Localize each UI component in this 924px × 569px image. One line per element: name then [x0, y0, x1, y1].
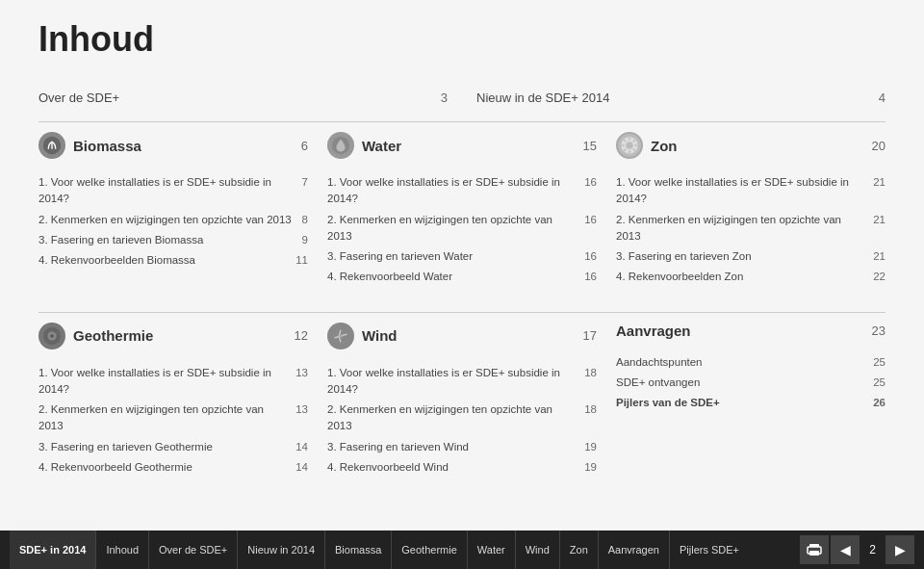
- item-text: 2. Kenmerken en wijzigingen ten opzichte…: [38, 212, 302, 228]
- item-text: 2. Kenmerken en wijzigingen ten opzichte…: [616, 212, 873, 246]
- item-number: 11: [295, 252, 308, 269]
- svg-point-3: [626, 142, 632, 148]
- list-item: 1. Voor welke installaties is er SDE+ su…: [38, 172, 308, 210]
- nav-controls: ◀ 2 ▶: [800, 530, 914, 569]
- list-item: 3. Fasering en tarieven Water 16: [327, 246, 597, 267]
- svg-rect-19: [809, 551, 819, 556]
- section-aanvragen-number: 23: [872, 323, 886, 338]
- section-biomassa: Biomassa 6 1. Voor welke installaties is…: [38, 132, 308, 297]
- svg-rect-20: [811, 546, 817, 547]
- item-text: SDE+ ontvangen: [616, 375, 873, 391]
- nav-item-geothermie[interactable]: Geothermie: [391, 530, 466, 569]
- list-item: 3. Fasering en tarieven Zon 21: [616, 246, 886, 267]
- item-text: Pijlers van de SDE+: [616, 395, 873, 411]
- divider-2: [38, 312, 886, 313]
- list-item: Pijlers van de SDE+ 26: [616, 393, 886, 413]
- bottom-nav: SDE+ in 2014 Inhoud Over de SDE+ Nieuw i…: [0, 530, 924, 569]
- svg-point-14: [50, 334, 54, 338]
- nav-item-inhoud[interactable]: Inhoud: [95, 530, 148, 569]
- item-text: 1. Voor welke installaties is er SDE+ su…: [616, 174, 873, 208]
- item-text: 2. Kenmerken en wijzigingen ten opzichte…: [327, 401, 584, 435]
- item-text: 4. Rekenvoorbeeld Geothermie: [38, 459, 295, 476]
- item-number: 25: [873, 375, 886, 391]
- item-text: 4. Rekenvoorbeelden Biomassa: [38, 252, 295, 269]
- list-item: 2. Kenmerken en wijzigingen ten opzichte…: [327, 210, 597, 247]
- item-text: 3. Fasering en tarieven Water: [327, 248, 584, 265]
- item-number: 8: [302, 212, 308, 228]
- section-zon-title: Zon: [651, 138, 862, 154]
- section-zon: Zon 20 1. Voor welke installaties is er …: [616, 132, 886, 297]
- geothermie-icon: [38, 323, 65, 349]
- item-number: 21: [873, 174, 886, 191]
- item-text: 3. Fasering en tarieven Zon: [616, 248, 873, 265]
- list-item: SDE+ ontvangen 25: [616, 373, 886, 393]
- section-aanvragen-title: Aanvragen: [616, 323, 862, 339]
- water-icon: [327, 132, 354, 159]
- list-item: 1. Voor welke installaties is er SDE+ su…: [327, 363, 597, 401]
- section-row-1: Biomassa 6 1. Voor welke installaties is…: [38, 132, 886, 297]
- nav-item-zon[interactable]: Zon: [559, 530, 598, 569]
- list-item: 3. Fasering en tarieven Biomassa 9: [38, 230, 308, 250]
- section-water: Water 15 1. Voor welke installaties is e…: [327, 132, 597, 297]
- main-content: Inhoud Over de SDE+ 3 Nieuw in de SDE+ 2…: [0, 0, 924, 502]
- item-text: 4. Rekenvoorbeelden Zon: [616, 269, 873, 285]
- list-item: 1. Voor welke installaties is er SDE+ su…: [327, 172, 597, 210]
- item-number: 13: [295, 401, 308, 418]
- item-text: 2. Kenmerken en wijzigingen ten opzichte…: [38, 401, 295, 435]
- item-number: 22: [873, 269, 886, 285]
- nav-item-biomassa[interactable]: Biomassa: [324, 530, 391, 569]
- item-number: 13: [295, 365, 308, 381]
- section-row-2: Geothermie 12 1. Voor welke installaties…: [38, 323, 886, 488]
- item-number: 18: [584, 365, 597, 381]
- section-aanvragen: Aanvragen 23 Aandachtspunten 25 SDE+ ont…: [616, 323, 886, 488]
- list-item: 4. Rekenvoorbeeld Wind 19: [327, 457, 597, 478]
- section-water-number: 15: [583, 139, 597, 153]
- nav-item-wind[interactable]: Wind: [515, 530, 559, 569]
- nav-item-pijlers[interactable]: Pijlers SDE+: [669, 530, 749, 569]
- item-text: 3. Fasering en tarieven Wind: [327, 439, 584, 455]
- item-number: 21: [873, 212, 886, 228]
- item-text: 4. Rekenvoorbeeld Wind: [327, 459, 584, 476]
- nav-item-over[interactable]: Over de SDE+: [148, 530, 237, 569]
- section-wind-number: 17: [583, 328, 597, 343]
- item-text: 2. Kenmerken en wijzigingen ten opzichte…: [327, 212, 584, 246]
- section-biomassa-number: 6: [301, 139, 308, 153]
- wind-icon: [327, 323, 354, 349]
- nav-item-nieuw[interactable]: Nieuw in 2014: [237, 530, 324, 569]
- item-number: 14: [295, 459, 308, 476]
- list-item: 2. Kenmerken en wijzigingen ten opzichte…: [38, 210, 308, 230]
- section-water-header: Water 15: [327, 132, 597, 165]
- list-item: Aandachtspunten 25: [616, 352, 886, 373]
- top-item-1-number: 4: [879, 91, 886, 105]
- item-number: 16: [584, 248, 597, 265]
- item-number: 16: [584, 212, 597, 228]
- next-button[interactable]: ▶: [886, 535, 914, 564]
- section-geothermie-number: 12: [295, 328, 308, 343]
- nav-item-water[interactable]: Water: [467, 530, 515, 569]
- list-item: 2. Kenmerken en wijzigingen ten opzichte…: [38, 400, 308, 437]
- section-biomassa-header: Biomassa 6: [38, 132, 308, 165]
- prev-button[interactable]: ◀: [831, 535, 860, 564]
- section-aanvragen-header: Aanvragen 23: [616, 323, 886, 345]
- item-number: 26: [873, 395, 886, 411]
- item-text: 1. Voor welke installaties is er SDE+ su…: [38, 174, 302, 208]
- item-text: 3. Fasering en tarieven Biomassa: [38, 232, 302, 248]
- list-item: 3. Fasering en tarieven Geothermie 14: [38, 437, 308, 457]
- list-item: 4. Rekenvoorbeelden Zon 22: [616, 267, 886, 287]
- section-wind: Wind 17 1. Voor welke installaties is er…: [327, 323, 597, 488]
- top-items-row: Over de SDE+ 3 Nieuw in de SDE+ 2014 4: [38, 89, 886, 107]
- item-text: 1. Voor welke installaties is er SDE+ su…: [327, 174, 584, 208]
- item-text: 3. Fasering en tarieven Geothermie: [38, 439, 295, 455]
- section-zon-header: Zon 20: [616, 132, 886, 165]
- top-item-0-number: 3: [441, 91, 448, 105]
- section-zon-number: 20: [872, 139, 886, 153]
- print-button[interactable]: [800, 535, 829, 564]
- list-item: 4. Rekenvoorbeeld Water 16: [327, 267, 597, 287]
- top-item-1-text: Nieuw in de SDE+ 2014: [476, 91, 879, 105]
- top-item-1: Nieuw in de SDE+ 2014 4: [476, 89, 886, 107]
- list-item: 4. Rekenvoorbeelden Biomassa 11: [38, 250, 308, 271]
- section-wind-header: Wind 17: [327, 323, 597, 355]
- list-item: 1. Voor welke installaties is er SDE+ su…: [38, 363, 308, 401]
- nav-item-aanvragen[interactable]: Aanvragen: [598, 530, 669, 569]
- section-geothermie-title: Geothermie: [73, 327, 285, 344]
